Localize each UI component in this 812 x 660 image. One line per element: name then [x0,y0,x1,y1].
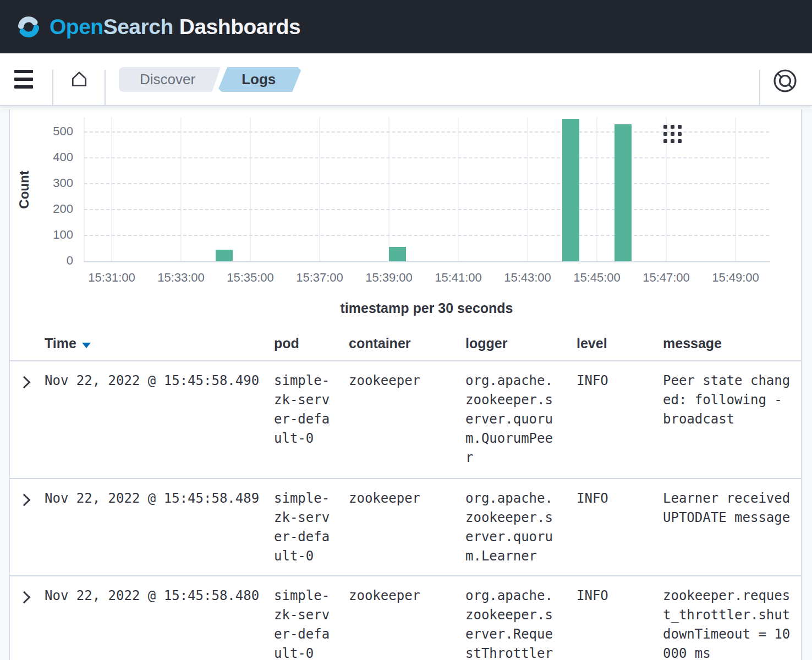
cell-message: zookeeper.request_throttler.shutdownTime… [663,586,794,660]
cell-message: Learner received UPTODATE message [663,489,794,527]
expand-row-icon[interactable] [18,376,31,389]
column-header-message[interactable]: message [663,336,722,351]
chart-vertical-gridline [596,117,597,261]
column-header-time[interactable]: Time [45,336,91,351]
x-axis-tick-label: 15:33:00 [145,271,217,285]
cell-logger: org.apache.zookeeper.server.quorum.Learn… [465,489,556,566]
cell-container: zookeeper [349,371,459,391]
cell-container: zookeeper [349,489,459,508]
app-header: OpenSearchDashboards [0,0,812,53]
chart-vertical-gridline [250,117,251,261]
cell-container: zookeeper [349,586,459,606]
cell-logger: org.apache.zookeeper.server.quorum.Quoru… [465,371,556,468]
cell-time: Nov 22, 2022 @ 15:45:58.490 [45,371,276,391]
x-axis-title: timestamp per 30 seconds [84,300,769,316]
histogram-bar[interactable] [615,124,632,261]
column-header-pod[interactable]: pod [274,336,299,351]
chart-horizontal-gridline [84,235,769,236]
table-row: Nov 22, 2022 @ 15:45:58.480simple-zk-ser… [9,575,801,660]
nav-divider [105,70,106,105]
x-axis-tick-label: 15:47:00 [630,271,702,285]
chart-vertical-gridline [388,117,389,261]
breadcrumb-logs[interactable]: Logs [218,67,301,92]
histogram-bar[interactable] [562,119,579,261]
apps-grid-icon[interactable] [663,125,682,144]
x-axis-tick-label: 15:39:00 [353,271,425,285]
chart-vertical-gridline [527,117,528,261]
y-axis-tick-label: 200 [20,202,73,216]
y-axis-tick-label: 400 [20,150,73,164]
brand-open: Open [50,15,103,38]
content-right-gutter [801,109,812,660]
y-axis-tick-label: 300 [20,176,73,190]
x-axis-tick-label: 15:49:00 [700,271,771,285]
y-axis-line [84,117,85,261]
y-axis-tick-label: 500 [20,124,73,139]
home-icon[interactable] [69,69,90,91]
chart-vertical-gridline [735,117,736,261]
cell-pod: simple-zk-server-default-0 [274,371,333,448]
cell-time: Nov 22, 2022 @ 15:45:58.480 [45,586,276,606]
chart-horizontal-gridline [84,157,769,158]
nav-bar: Discover Logs [0,53,812,106]
discover-content: Count 15:31:0015:33:0015:35:0015:37:0015… [0,109,812,660]
column-header-level[interactable]: level [577,336,607,351]
chart-vertical-gridline [180,117,182,261]
y-axis-tick-label: 100 [20,228,73,242]
cell-level: INFO [577,489,643,508]
column-header-logger[interactable]: logger [465,336,507,351]
table-row: Nov 22, 2022 @ 15:45:58.489simple-zk-ser… [9,478,801,575]
expand-row-icon[interactable] [18,591,31,604]
table-row: Nov 22, 2022 @ 15:45:58.490simple-zk-ser… [9,360,801,478]
content-left-gutter [0,109,10,660]
breadcrumb: Discover Logs [119,67,301,92]
x-axis-tick-label: 15:37:00 [284,271,355,285]
help-icon[interactable] [772,68,798,95]
cell-pod: simple-zk-server-default-0 [274,489,333,566]
cell-logger: org.apache.zookeeper.server.RequestThrot… [465,586,556,660]
cell-time: Nov 22, 2022 @ 15:45:58.489 [45,489,276,508]
expand-row-icon[interactable] [18,494,31,507]
y-axis-tick-label: 0 [20,254,73,268]
cell-level: INFO [577,371,643,391]
menu-icon[interactable] [14,70,33,89]
x-axis-tick-label: 15:45:00 [561,271,633,285]
chart-vertical-gridline [111,117,112,261]
x-axis-tick-label: 15:43:00 [492,271,563,285]
x-axis-tick-label: 15:31:00 [76,271,147,285]
nav-divider [759,70,760,105]
nav-divider [52,70,53,105]
x-axis-tick-label: 15:41:00 [423,271,494,285]
column-header-container[interactable]: container [349,336,411,351]
brand-search: Search [103,15,173,38]
cell-level: INFO [577,586,643,606]
histogram-bar[interactable] [389,247,406,261]
chart-horizontal-gridline [84,209,769,210]
x-axis-tick-label: 15:35:00 [215,271,286,285]
cell-message: Peer state changed: following - broadcas… [663,371,794,429]
x-axis-line [84,261,770,262]
chart-vertical-gridline [458,117,459,261]
chart-horizontal-gridline [84,183,769,184]
opensearch-logo: OpenSearchDashboards [15,14,300,40]
opensearch-logo-icon [15,14,42,40]
histogram-bar[interactable] [216,250,233,261]
chart-vertical-gridline [319,117,320,261]
breadcrumb-discover[interactable]: Discover [119,67,221,92]
brand-dashboards: Dashboards [179,15,300,38]
sort-desc-icon [82,343,91,348]
cell-pod: simple-zk-server-default-0 [274,586,333,660]
